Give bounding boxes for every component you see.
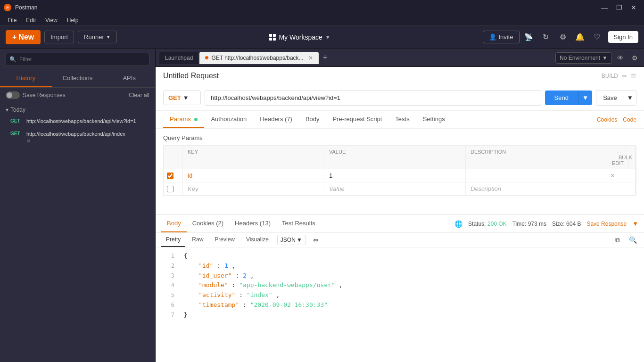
param-checkbox-cell (164, 169, 183, 182)
filter-input[interactable] (6, 53, 149, 66)
today-label[interactable]: ▾ Today (6, 105, 149, 115)
chevron-down-icon: ▼ (183, 94, 189, 101)
request-tabs: Params Authorization Headers (7) Body Pr… (156, 111, 644, 129)
format-selector[interactable]: JSON ▼ (277, 235, 305, 245)
clear-all-button[interactable]: Clear all (129, 92, 149, 99)
bulk-edit-button[interactable]: Bulk Edit (612, 152, 632, 169)
param-value[interactable]: 1 (324, 169, 466, 182)
satellite-icon[interactable]: 📡 (523, 32, 535, 43)
send-button[interactable]: Send (545, 90, 578, 105)
add-tab-button[interactable]: + (320, 52, 331, 64)
more-icon[interactable]: ☰ (631, 73, 636, 80)
sign-in-button[interactable]: Sign In (608, 31, 638, 43)
menu-edit[interactable]: Edit (22, 16, 40, 25)
copy-icon[interactable]: ⧉ (612, 234, 623, 246)
import-button[interactable]: Import (44, 31, 74, 43)
param-active-dot (194, 118, 198, 121)
search-icon[interactable]: 🔍 (627, 234, 638, 246)
size-label: Size: 604 B (552, 221, 581, 227)
settings-sliders-icon[interactable]: ⚙ (629, 52, 640, 64)
heart-icon[interactable]: ♡ (591, 32, 603, 43)
status-value: 200 OK (487, 221, 507, 227)
req-tab-tests[interactable]: Tests (388, 111, 416, 128)
req-tab-body[interactable]: Body (299, 111, 326, 128)
save-response-button[interactable]: Save Response (586, 221, 627, 227)
chevron-down-icon: ▼ (106, 34, 111, 40)
toolbar: + New Import Runner ▼ My Workspace ▼ 👤 I… (0, 25, 644, 49)
resp-tab-headers[interactable]: Headers (13) (229, 215, 276, 232)
resp-tab-cookies[interactable]: Cookies (2) (187, 215, 229, 232)
response-tabs-bar: Body Cookies (2) Headers (13) Test Resul… (156, 215, 644, 233)
body-tab-visualize[interactable]: Visualize (241, 233, 273, 247)
tab-active-request[interactable]: GET http://localhost/webapps/back... ✕ (199, 52, 318, 64)
close-button[interactable]: ✕ (627, 3, 640, 12)
send-dropdown[interactable]: ▼ (578, 90, 592, 105)
format-label: JSON (281, 237, 296, 243)
resp-tab-tests[interactable]: Test Results (276, 215, 321, 232)
eye-icon[interactable]: 👁 (615, 52, 626, 64)
tab-apis[interactable]: APIs (103, 70, 155, 87)
param-value-placeholder[interactable]: Value (324, 182, 466, 195)
body-tab-pretty[interactable]: Pretty (161, 233, 185, 247)
tab-launchpad[interactable]: Launchpad (159, 52, 198, 64)
maximize-button[interactable]: ❐ (612, 3, 626, 12)
param-delete-icon[interactable]: ✕ (607, 169, 636, 182)
code-link[interactable]: Code (623, 116, 636, 123)
method-select[interactable]: GET ▼ (163, 90, 201, 105)
url-bar: GET ▼ Send ▼ Save ▼ (156, 85, 644, 111)
history-url: http://localhost/webapps/backend/api/ind… (26, 131, 146, 138)
toggle-switch[interactable] (6, 91, 20, 99)
param-key-placeholder[interactable]: Key (183, 182, 324, 195)
query-params-section: Query Params KEY VALUE DESCRIPTION ··· B… (156, 129, 644, 202)
save-response-dropdown[interactable]: ▼ (632, 220, 638, 227)
param-key[interactable]: id (183, 169, 324, 182)
tab-close-icon[interactable]: ✕ (308, 55, 313, 61)
req-tab-settings[interactable]: Settings (416, 111, 452, 128)
cookies-link[interactable]: Cookies (597, 116, 617, 123)
tabs-bar: Launchpad GET http://localhost/webapps/b… (156, 49, 644, 67)
chevron-down-icon: ▼ (602, 55, 608, 61)
params-col-value: VALUE (324, 146, 466, 169)
list-item[interactable]: GET http://localhost/webapps/backend/api… (6, 128, 149, 147)
param-actions (607, 182, 636, 195)
menu-help[interactable]: Help (63, 16, 83, 25)
minimize-button[interactable]: — (597, 3, 611, 12)
settings-icon[interactable]: ⚙ (557, 32, 569, 43)
wrap-icon[interactable]: ⇔ (310, 234, 322, 246)
request-title: Untitled Request (163, 72, 219, 80)
req-tab-authorization[interactable]: Authorization (204, 111, 253, 128)
body-tab-raw[interactable]: Raw (187, 233, 208, 247)
save-button[interactable]: Save (596, 90, 624, 106)
history-url: http://localhost/webapps/backend/api/vie… (26, 118, 136, 125)
history-close-icon[interactable]: ✕ (26, 138, 146, 144)
new-button[interactable]: + New (6, 30, 41, 44)
workspace-button[interactable]: My Workspace ▼ (269, 33, 330, 41)
refresh-icon[interactable]: ↻ (540, 32, 552, 43)
window-controls: — ❐ ✕ (597, 3, 640, 12)
invite-button[interactable]: 👤 Invite (483, 31, 519, 43)
menu-view[interactable]: View (41, 16, 61, 25)
list-item[interactable]: GET http://localhost/webapps/backend/api… (6, 115, 149, 128)
filter-wrapper: 🔍 (6, 53, 149, 66)
edit-icon[interactable]: ✏ (622, 73, 627, 80)
param-description[interactable] (466, 169, 607, 182)
env-selector[interactable]: No Environment ▼ (555, 52, 612, 64)
table-row: id 1 ✕ (164, 169, 636, 182)
tab-history[interactable]: History (0, 70, 52, 87)
bell-icon[interactable]: 🔔 (574, 32, 586, 43)
runner-button[interactable]: Runner ▼ (78, 31, 117, 43)
params-col-key: KEY (183, 146, 324, 169)
tab-collections[interactable]: Collections (52, 70, 104, 87)
req-tab-params[interactable]: Params (163, 111, 204, 128)
param-checkbox[interactable] (167, 186, 173, 192)
new-label: New (18, 33, 34, 41)
body-tab-preview[interactable]: Preview (210, 233, 239, 247)
param-checkbox[interactable] (167, 173, 173, 179)
save-dropdown[interactable]: ▼ (624, 90, 636, 106)
req-tab-prerequest[interactable]: Pre-request Script (326, 111, 389, 128)
url-input[interactable] (205, 90, 541, 106)
menu-file[interactable]: File (4, 16, 20, 25)
param-desc-placeholder[interactable]: Description (466, 182, 607, 195)
resp-tab-body[interactable]: Body (161, 215, 187, 232)
req-tab-headers[interactable]: Headers (7) (253, 111, 299, 128)
